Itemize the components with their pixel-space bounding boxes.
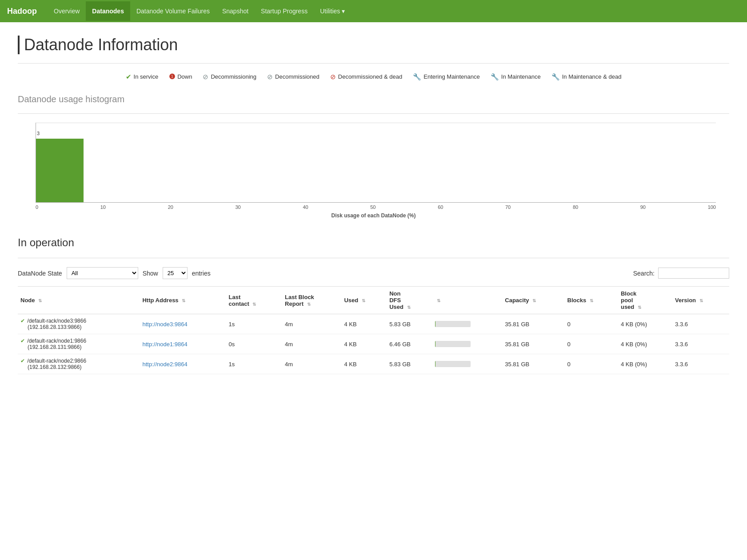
http-link-2[interactable]: http://node2:9864: [142, 361, 187, 368]
sort-icon-last-block[interactable]: ⇅: [307, 302, 311, 307]
brand-logo: Hadoop: [7, 7, 37, 16]
sort-icon-node[interactable]: ⇅: [38, 298, 42, 303]
check-icon: ✔: [126, 73, 132, 81]
col-version-header: Version ⇅: [672, 287, 729, 314]
sort-icon-capacity[interactable]: ⇅: [532, 298, 536, 303]
ban-icon-decommissioned-dead: ⊘: [330, 73, 336, 81]
sort-icon-non-dfs[interactable]: ⇅: [407, 305, 411, 310]
version-cell-1: 3.3.6: [672, 334, 729, 354]
capacity-bar-cell-2: [432, 354, 503, 374]
search-label: Search:: [633, 270, 655, 277]
legend-decommissioned: ⊘ Decommissioned: [267, 72, 320, 81]
version-cell-2: 3.3.6: [672, 354, 729, 374]
status-legend: ✔ In service ❶ Down ⊘ Decommissioning ⊘ …: [18, 72, 729, 81]
blocks-cell-0: 0: [565, 314, 618, 334]
col-used-header: Used ⇅: [341, 287, 387, 314]
nav-snapshot[interactable]: Snapshot: [216, 1, 255, 21]
legend-decommissioned-dead: ⊘ Decommissioned & dead: [330, 72, 403, 81]
show-label: Show: [143, 270, 158, 277]
node-check-icon-0: ✔: [20, 318, 25, 324]
col-non-dfs-header: NonDFSUsed ⇅: [387, 287, 432, 314]
datanode-state-select[interactable]: All In Service Decommissioning Decommiss…: [67, 267, 138, 279]
last-block-report-cell-2: 4m: [282, 354, 341, 374]
legend-decommissioned-dead-label: Decommissioned & dead: [338, 73, 403, 80]
histogram-section: Datanode usage histogram 3 0 10 20 30 40…: [18, 94, 729, 219]
search-input[interactable]: [658, 268, 729, 279]
capacity-bar-cell-0: [432, 314, 503, 334]
navbar: Hadoop Overview Datanodes Datanode Volum…: [0, 0, 747, 22]
node-name-1: /default-rack/node1:9866: [27, 338, 86, 344]
last-block-report-cell-1: 4m: [282, 334, 341, 354]
nav-utilities[interactable]: Utilities ▾: [314, 1, 351, 21]
nav-datanode-volume-failures[interactable]: Datanode Volume Failures: [130, 1, 216, 21]
wrench-icon-entering: 🔧: [413, 73, 421, 81]
sort-icon-used[interactable]: ⇅: [362, 298, 365, 303]
http-link-0[interactable]: http://node3:9864: [142, 321, 187, 328]
sort-icon-block-pool[interactable]: ⇅: [638, 305, 641, 310]
sort-icon-last-contact[interactable]: ⇅: [252, 302, 256, 307]
nav-datanodes[interactable]: Datanodes: [86, 1, 130, 21]
capacity-bar-inner-2: [435, 361, 435, 367]
http-cell-1: http://node1:9864: [140, 334, 226, 354]
legend-in-maintenance-dead-label: In Maintenance & dead: [562, 73, 622, 80]
non-dfs-cell-2: 5.83 GB: [387, 354, 432, 374]
sort-icon-http[interactable]: ⇅: [182, 298, 185, 303]
node-cell-1: ✔ /default-rack/node1:9866 (192.168.28.1…: [18, 334, 140, 354]
table-controls-right: Search:: [633, 268, 729, 279]
used-cell-1: 4 KB: [341, 334, 387, 354]
ban-icon-decommissioned: ⊘: [267, 73, 273, 81]
capacity-cell-2: 35.81 GB: [502, 354, 564, 374]
histogram-x-label: Disk usage of each DataNode (%): [22, 212, 725, 219]
legend-entering-maintenance: 🔧 Entering Maintenance: [413, 72, 479, 81]
sort-icon-capacity-bar[interactable]: ⇅: [437, 298, 440, 303]
legend-in-maintenance-dead: 🔧 In Maintenance & dead: [551, 72, 622, 81]
legend-in-service: ✔ In service: [126, 72, 159, 81]
block-pool-cell-0: 4 KB (0%): [618, 314, 672, 334]
operation-divider: [18, 258, 729, 258]
last-contact-cell-1: 0s: [226, 334, 283, 354]
non-dfs-cell-0: 5.83 GB: [387, 314, 432, 334]
node-cell-0: ✔ /default-rack/node3:9866 (192.168.28.1…: [18, 314, 140, 334]
legend-entering-maintenance-label: Entering Maintenance: [423, 73, 479, 80]
version-cell-0: 3.3.6: [672, 314, 729, 334]
col-http-header: Http Address ⇅: [140, 287, 226, 314]
entries-select[interactable]: 10 25 50 100: [163, 267, 188, 279]
wrench-icon-maintenance-dead: 🔧: [551, 73, 560, 81]
nav-overview[interactable]: Overview: [48, 1, 86, 21]
legend-in-maintenance-label: In Maintenance: [501, 73, 541, 80]
legend-in-maintenance: 🔧 In Maintenance: [491, 72, 541, 81]
datanode-state-label: DataNode State: [18, 270, 62, 277]
table-header-row: Node ⇅ Http Address ⇅ Lastcontact ⇅ Last…: [18, 287, 729, 314]
col-last-block-report-header: Last BlockReport ⇅: [282, 287, 341, 314]
last-block-report-cell-0: 4m: [282, 314, 341, 334]
node-ip-0: (192.168.28.133:9866): [28, 324, 81, 330]
capacity-bar-cell-1: [432, 334, 503, 354]
legend-in-service-label: In service: [134, 73, 159, 80]
histogram-divider: [18, 113, 729, 114]
node-ip-2: (192.168.28.132:9866): [28, 364, 81, 370]
legend-decommissioning: ⊘ Decommissioning: [203, 72, 256, 81]
block-pool-cell-2: 4 KB (0%): [618, 354, 672, 374]
datanode-table: Node ⇅ Http Address ⇅ Lastcontact ⇅ Last…: [18, 286, 729, 374]
table-row: ✔ /default-rack/node2:9866 (192.168.28.1…: [18, 354, 729, 374]
node-cell-2: ✔ /default-rack/node2:9866 (192.168.28.1…: [18, 354, 140, 374]
table-controls: DataNode State All In Service Decommissi…: [18, 267, 729, 279]
legend-down-label: Down: [177, 73, 192, 80]
col-block-pool-header: Blockpoolused ⇅: [618, 287, 672, 314]
non-dfs-cell-1: 6.46 GB: [387, 334, 432, 354]
nav-startup-progress[interactable]: Startup Progress: [255, 1, 314, 21]
title-divider: [18, 63, 729, 64]
last-contact-cell-2: 1s: [226, 354, 283, 374]
entries-label: entries: [192, 270, 211, 277]
used-cell-2: 4 KB: [341, 354, 387, 374]
col-capacity-header: Capacity ⇅: [502, 287, 564, 314]
page-title: Datanode Information: [18, 36, 729, 54]
col-last-contact-header: Lastcontact ⇅: [226, 287, 283, 314]
node-ip-1: (192.168.28.131:9866): [28, 344, 81, 350]
col-node-header: Node ⇅: [18, 287, 140, 314]
sort-icon-version[interactable]: ⇅: [699, 298, 703, 303]
sort-icon-blocks[interactable]: ⇅: [590, 298, 593, 303]
http-cell-0: http://node3:9864: [140, 314, 226, 334]
blocks-cell-1: 0: [565, 334, 618, 354]
http-link-1[interactable]: http://node1:9864: [142, 341, 187, 348]
